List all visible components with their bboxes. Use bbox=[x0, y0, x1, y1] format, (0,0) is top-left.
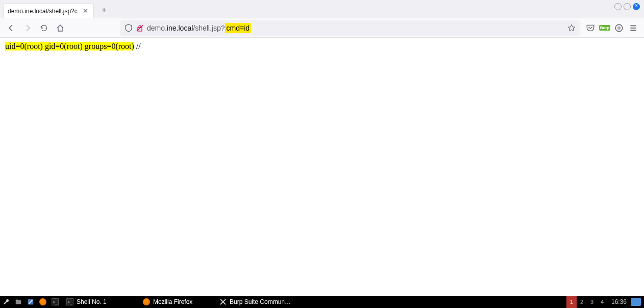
taskbar-task-burp[interactable]: Burp Suite Commun… bbox=[214, 296, 296, 308]
close-tab-icon[interactable]: ✕ bbox=[81, 7, 89, 15]
forward-button[interactable] bbox=[20, 21, 35, 35]
pocket-icon[interactable] bbox=[586, 23, 595, 33]
output-suffix: // bbox=[134, 42, 141, 50]
task-label: Mozilla Firefox bbox=[153, 298, 192, 305]
app-menu-button[interactable] bbox=[629, 23, 638, 33]
terminal-icon: >_ bbox=[66, 298, 73, 305]
workspace-3-button[interactable]: 3 bbox=[587, 296, 597, 308]
url-domain: ine.local bbox=[167, 24, 193, 32]
workspace-4-button[interactable]: 4 bbox=[597, 296, 607, 308]
reload-button[interactable] bbox=[37, 21, 51, 35]
arrow-right-icon bbox=[23, 24, 32, 32]
url-bar[interactable]: demo.ine.local/shell.jsp?cmd=id bbox=[120, 20, 580, 36]
taskbar-right: 1 2 3 4 16:36 bbox=[566, 296, 644, 308]
task-label: Burp Suite Commun… bbox=[230, 298, 291, 305]
workspace-1-button[interactable]: 1 bbox=[566, 296, 577, 308]
svg-rect-7 bbox=[16, 300, 21, 304]
arrow-left-icon bbox=[7, 24, 15, 32]
editor-icon[interactable] bbox=[24, 296, 37, 308]
clock[interactable]: 16:36 bbox=[607, 298, 631, 305]
svg-point-2 bbox=[615, 24, 623, 32]
url-highlight: cmd=id bbox=[225, 23, 252, 33]
command-output: uid=0(root) gid=0(root) groups=0(root) bbox=[5, 42, 134, 50]
firefox-launcher-icon[interactable] bbox=[37, 296, 49, 308]
burp-icon bbox=[219, 298, 227, 305]
home-button[interactable] bbox=[53, 21, 67, 35]
extensions-icon[interactable] bbox=[614, 23, 624, 33]
terminal-launcher-icon[interactable]: >_ bbox=[49, 296, 61, 308]
lock-insecure-icon[interactable] bbox=[136, 24, 144, 32]
window-close-button[interactable] bbox=[633, 3, 640, 10]
tray-indicator-icon[interactable] bbox=[631, 298, 641, 306]
new-tab-button[interactable]: + bbox=[97, 3, 111, 17]
file-manager-icon[interactable] bbox=[12, 296, 24, 308]
nav-toolbar: demo.ine.local/shell.jsp?cmd=id Burp bbox=[0, 18, 644, 38]
taskbar: >_ >_ Shell No. 1 Mozilla Firefox Burp S… bbox=[0, 296, 644, 308]
shield-icon[interactable] bbox=[125, 24, 133, 32]
task-label: Shell No. 1 bbox=[77, 298, 107, 305]
window-maximize-button[interactable] bbox=[624, 3, 631, 10]
home-icon bbox=[56, 24, 64, 32]
start-menu-button[interactable] bbox=[0, 296, 12, 308]
firefox-icon bbox=[143, 298, 150, 305]
taskbar-left: >_ >_ Shell No. 1 Mozilla Firefox Burp S… bbox=[0, 296, 296, 308]
url-text: demo.ine.local/shell.jsp?cmd=id bbox=[147, 24, 564, 32]
wrench-icon bbox=[3, 298, 10, 305]
page-content: uid=0(root) gid=0(root) groups=0(root) /… bbox=[0, 38, 644, 55]
svg-point-3 bbox=[618, 27, 621, 29]
tab-bar: demo.ine.local/shell.jsp?c ✕ + bbox=[0, 0, 644, 18]
window-controls bbox=[614, 3, 640, 10]
url-prefix: demo. bbox=[147, 24, 167, 32]
workspace-2-button[interactable]: 2 bbox=[577, 296, 587, 308]
window-minimize-button[interactable] bbox=[614, 3, 622, 10]
tab-title: demo.ine.local/shell.jsp?c bbox=[8, 8, 81, 15]
toolbar-right: Burp bbox=[586, 23, 640, 33]
reload-icon bbox=[40, 24, 48, 32]
bookmark-star-icon[interactable] bbox=[567, 24, 576, 32]
taskbar-task-firefox[interactable]: Mozilla Firefox bbox=[138, 296, 214, 308]
back-button[interactable] bbox=[4, 21, 18, 35]
svg-rect-8 bbox=[16, 300, 18, 301]
browser-tab[interactable]: demo.ine.local/shell.jsp?c ✕ bbox=[3, 3, 94, 18]
burp-extension-icon[interactable]: Burp bbox=[600, 23, 609, 33]
url-path: /shell.jsp? bbox=[193, 24, 225, 32]
taskbar-task-shell[interactable]: >_ Shell No. 1 bbox=[61, 296, 138, 308]
